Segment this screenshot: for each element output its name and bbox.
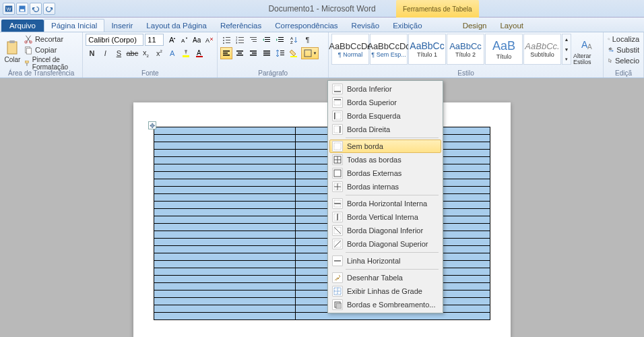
table-cell[interactable] — [154, 179, 296, 187]
table-cell[interactable] — [154, 135, 296, 142]
change-styles-button[interactable]: AA Alterar Estilos — [573, 34, 600, 69]
border-menu-item-0[interactable]: Borda Inferior — [329, 82, 441, 96]
font-color-icon[interactable]: A — [193, 47, 205, 59]
table-cell[interactable] — [154, 276, 296, 283]
border-menu-item-13[interactable]: Desenhar Tabela — [329, 271, 441, 284]
table-cell[interactable] — [154, 268, 296, 276]
table-cell[interactable] — [154, 283, 296, 290]
strike-icon[interactable]: abc — [126, 47, 138, 59]
line-spacing-icon[interactable] — [274, 47, 286, 59]
font-name-combo[interactable] — [86, 34, 143, 46]
select-button[interactable]: Selecio — [606, 55, 641, 66]
tab-review[interactable]: Revisão — [345, 20, 387, 32]
table-cell[interactable] — [154, 216, 296, 224]
table-cell[interactable] — [154, 224, 296, 231]
table-move-handle[interactable]: ✥ — [148, 121, 156, 129]
clear-format-icon[interactable]: A — [203, 34, 215, 46]
tab-view[interactable]: Exibição — [386, 20, 428, 32]
table-cell[interactable] — [154, 253, 296, 261]
border-menu-item-7[interactable]: Bordas internas — [329, 180, 441, 193]
cut-button[interactable]: Recortar — [22, 34, 79, 44]
style-no-spacing[interactable]: AaBbCcDc¶ Sem Esp... — [370, 34, 408, 65]
superscript-icon[interactable]: x2 — [153, 47, 165, 59]
style-gallery-scroll[interactable]: ▲▼▾ — [562, 34, 571, 65]
replace-button[interactable]: abSubstit — [606, 44, 641, 55]
border-menu-item-2[interactable]: Borda Esquerda — [329, 109, 441, 123]
numbering-icon[interactable]: 123 — [234, 34, 246, 46]
tab-home[interactable]: Página Inicial — [44, 19, 104, 32]
table-cell[interactable] — [154, 202, 296, 209]
paste-button[interactable]: Colar — [3, 34, 22, 69]
table-cell[interactable] — [154, 290, 296, 298]
border-menu-item-5[interactable]: Todas as bordas — [329, 153, 441, 166]
align-center-icon[interactable] — [234, 47, 246, 59]
tab-references[interactable]: Referências — [214, 20, 268, 32]
border-menu-item-3[interactable]: Borda Direita — [329, 123, 441, 136]
table-cell[interactable] — [154, 194, 296, 202]
sort-icon[interactable]: AZ — [288, 34, 300, 46]
border-menu-item-15[interactable]: Bordas e Sombreamento... — [329, 298, 441, 311]
border-menu-item-12[interactable]: Linha Horizontal — [329, 254, 441, 268]
word-icon[interactable]: W — [3, 3, 15, 15]
table-cell[interactable] — [154, 298, 296, 305]
table-cell[interactable] — [154, 157, 296, 164]
shrink-font-icon[interactable]: A▼ — [178, 34, 189, 46]
bullets-icon[interactable] — [220, 34, 232, 46]
increase-indent-icon[interactable] — [274, 34, 286, 46]
table-cell[interactable] — [154, 209, 296, 216]
tab-table-design[interactable]: Design — [456, 20, 494, 32]
multilevel-icon[interactable] — [247, 34, 259, 46]
shading-icon[interactable] — [288, 47, 300, 59]
highlight-icon[interactable] — [180, 47, 192, 59]
table-cell[interactable] — [154, 150, 296, 157]
align-right-icon[interactable] — [247, 47, 259, 59]
table-cell[interactable] — [154, 142, 296, 150]
table-cell[interactable] — [154, 305, 296, 313]
style-title[interactable]: AaBTítulo — [485, 34, 523, 65]
tab-insert[interactable]: Inserir — [104, 20, 139, 32]
align-left-icon[interactable] — [220, 47, 232, 59]
table-cell[interactable] — [154, 231, 296, 239]
show-hide-icon[interactable]: ¶ — [301, 34, 313, 46]
table-cell[interactable] — [154, 313, 296, 320]
border-menu-item-6[interactable]: Bordas Externas — [329, 166, 441, 180]
undo-icon[interactable] — [30, 3, 42, 15]
border-menu-item-1[interactable]: Borda Superior — [329, 96, 441, 109]
table-cell[interactable] — [154, 261, 296, 268]
table-cell[interactable] — [154, 172, 296, 179]
table-cell[interactable] — [154, 239, 296, 246]
style-subtitle[interactable]: AaBbCc.Subtítulo — [523, 34, 561, 65]
border-menu-item-11[interactable]: Borda Diagonal Superior — [329, 237, 441, 251]
style-heading1[interactable]: AaBbCcTítulo 1 — [408, 34, 446, 65]
font-size-combo[interactable] — [145, 34, 164, 46]
change-case-icon[interactable]: Aa — [191, 34, 202, 46]
decrease-indent-icon[interactable] — [261, 34, 273, 46]
tab-mailings[interactable]: Correspondências — [268, 20, 344, 32]
border-menu-item-10[interactable]: Borda Diagonal Inferior — [329, 224, 441, 237]
border-menu-item-4[interactable]: Sem borda — [329, 140, 441, 153]
subscript-icon[interactable]: x2 — [139, 47, 152, 59]
bold-icon[interactable]: N — [86, 47, 98, 59]
italic-icon[interactable]: I — [99, 47, 111, 59]
grow-font-icon[interactable]: A▲ — [165, 34, 176, 46]
style-heading2[interactable]: AaBbCcTítulo 2 — [447, 34, 484, 65]
table-cell[interactable] — [154, 246, 296, 253]
justify-icon[interactable] — [261, 47, 273, 59]
save-icon[interactable] — [16, 3, 28, 15]
text-effects-icon[interactable]: A — [166, 47, 179, 59]
find-button[interactable]: Localiza — [606, 34, 641, 44]
borders-button[interactable]: ▼ — [301, 47, 319, 59]
underline-icon[interactable]: S — [112, 47, 125, 59]
table-cell[interactable] — [154, 127, 296, 135]
table-cell[interactable] — [154, 187, 296, 194]
copy-button[interactable]: Copiar — [22, 44, 79, 55]
table-cell[interactable] — [154, 164, 296, 172]
border-menu-item-9[interactable]: Borda Vertical Interna — [329, 210, 441, 224]
redo-icon[interactable] — [43, 3, 55, 15]
tab-table-layout[interactable]: Layout — [493, 20, 530, 32]
tab-page-layout[interactable]: Layout da Página — [139, 20, 214, 32]
file-tab[interactable]: Arquivo — [1, 20, 44, 32]
border-menu-item-14[interactable]: Exibir Linhas de Grade — [329, 284, 441, 298]
table-cell[interactable] — [295, 313, 490, 320]
style-normal[interactable]: AaBbCcDc¶ Normal — [331, 34, 369, 65]
